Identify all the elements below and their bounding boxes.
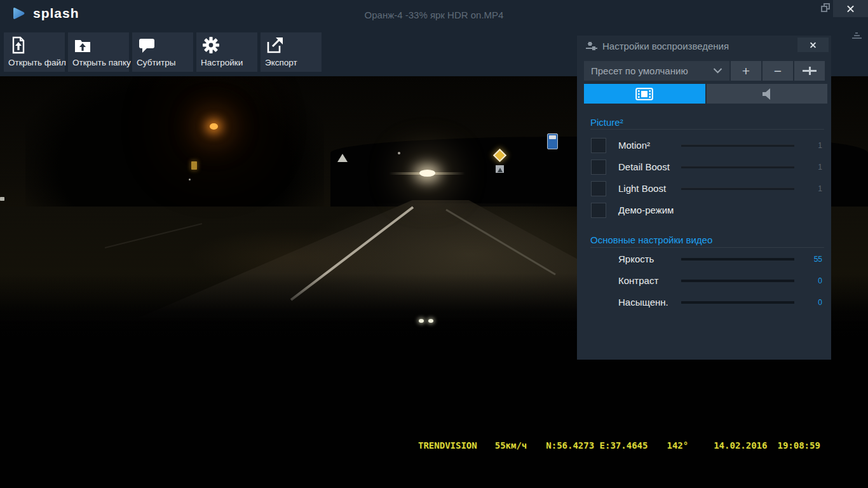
- open-file-button[interactable]: Открыть файл: [4, 32, 65, 72]
- setting-label: Контраст: [618, 275, 658, 286]
- settings-gear-icon: [202, 36, 220, 54]
- toolbar-button-label: Открыть папку: [72, 58, 131, 67]
- preset-row: Пресет по умолчанию + −: [584, 61, 825, 81]
- section-title-basic-video: Основные настройки видео: [590, 234, 712, 245]
- film-icon: [635, 88, 653, 100]
- app-window: TRENDVISION 55км/ч N:56.4273 E:37.4645 1…: [0, 0, 868, 488]
- warning-sign: [337, 154, 348, 162]
- light-boost-slider[interactable]: [681, 187, 794, 190]
- tab-audio[interactable]: [707, 84, 828, 104]
- preset-dropdown[interactable]: Пресет по умолчанию: [584, 61, 729, 81]
- demo-mode-checkbox[interactable]: [591, 203, 606, 218]
- minus-icon: −: [774, 64, 782, 79]
- hood-reflection: [428, 319, 433, 323]
- reset-preset-button[interactable]: [794, 61, 825, 81]
- close-icon: [846, 4, 855, 13]
- subtitles-icon: [138, 36, 156, 54]
- toolbar-button-label: Открыть файл: [8, 58, 66, 67]
- panel-tabs: [584, 84, 827, 104]
- export-button[interactable]: Экспорт: [261, 32, 322, 72]
- setting-label: Яркость: [618, 254, 654, 264]
- slider-value: 0: [799, 276, 822, 285]
- plus-icon: +: [742, 64, 750, 79]
- section-title-picture: Picture²: [590, 117, 623, 128]
- slider-value: 1: [799, 141, 822, 150]
- restore-window-button[interactable]: [820, 3, 833, 15]
- setting-row-contrast: Контраст 0: [577, 270, 831, 292]
- divider: [590, 129, 824, 130]
- remove-preset-button[interactable]: −: [763, 61, 793, 81]
- slider-value: 1: [799, 184, 822, 193]
- slider-value: 0: [799, 298, 822, 307]
- dashcam-coordinates: N:56.4273 E:37.4645: [546, 440, 648, 451]
- setting-label: Motion²: [618, 140, 650, 151]
- oncoming-headlights: [419, 170, 435, 177]
- slider-value: 1: [799, 163, 822, 172]
- dashcam-date: 14.02.2016: [714, 440, 767, 451]
- setting-label: Демо-режим: [618, 205, 674, 215]
- subtitles-button[interactable]: Субтитры: [132, 32, 193, 72]
- contrast-slider[interactable]: [681, 280, 794, 282]
- open-folder-button[interactable]: Открыть папку: [68, 32, 129, 72]
- pedestrian-sign: [496, 165, 504, 173]
- frame-edge-mark: [0, 197, 4, 201]
- setting-label: Насыщенн.: [618, 297, 668, 308]
- open-file-icon: [10, 36, 27, 54]
- motion-checkbox[interactable]: [591, 138, 606, 153]
- sliders-icon: [586, 43, 597, 51]
- brightness-slider[interactable]: [681, 258, 794, 261]
- streetlight: [210, 123, 218, 130]
- divider: [590, 247, 824, 248]
- open-folder-icon: [74, 36, 92, 54]
- add-preset-button[interactable]: +: [731, 61, 761, 81]
- tab-video[interactable]: [584, 84, 705, 104]
- light-speck: [398, 152, 400, 154]
- setting-label: Detail Boost: [618, 161, 670, 172]
- speaker-icon: [762, 88, 772, 100]
- dashcam-overlay: TRENDVISION 55км/ч N:56.4273 E:37.4645 1…: [418, 440, 820, 451]
- setting-row-saturation: Насыщенн. 0: [577, 292, 831, 313]
- setting-row-demo-mode: Демо-режим: [577, 200, 831, 221]
- toolbar-button-label: Экспорт: [265, 58, 297, 67]
- panel-close-button[interactable]: [797, 37, 829, 52]
- panel-header: Настройки воспроизведения: [577, 36, 831, 58]
- setting-row-motion: Motion² 1: [577, 135, 831, 156]
- playback-settings-panel: Настройки воспроизведения Пресет по умол…: [577, 36, 831, 360]
- panel-title: Настройки воспроизведения: [602, 36, 729, 57]
- light-boost-checkbox[interactable]: [591, 181, 606, 196]
- close-window-button[interactable]: [833, 0, 868, 17]
- dashcam-speed: 55км/ч: [495, 440, 527, 451]
- close-icon: [810, 41, 817, 48]
- bus-stop-sign: [547, 133, 558, 149]
- dashcam-brand: TRENDVISION: [418, 440, 477, 451]
- detail-boost-checkbox[interactable]: [591, 159, 606, 175]
- reset-sliders-icon: [803, 67, 817, 75]
- chevron-down-icon: [713, 68, 722, 74]
- dashcam-time: 19:08:59: [777, 440, 820, 451]
- setting-row-light-boost: Light Boost 1: [577, 178, 831, 200]
- setting-label: Light Boost: [618, 183, 666, 194]
- toolbar-button-label: Настройки: [201, 58, 243, 67]
- slider-value: 55: [799, 255, 822, 264]
- playlist-handle-icon[interactable]: [851, 32, 862, 40]
- setting-row-detail-boost: Detail Boost 1: [577, 156, 831, 178]
- toolbar-button-label: Субтитры: [137, 58, 176, 67]
- light-speck: [189, 179, 191, 180]
- export-icon: [266, 36, 284, 54]
- motion-slider[interactable]: [681, 144, 794, 147]
- settings-button[interactable]: Настройки: [196, 32, 257, 72]
- main-toolbar: Открыть файл Открыть папку Субтитры: [4, 32, 322, 72]
- preset-value: Пресет по умолчанию: [591, 65, 688, 76]
- saturation-slider[interactable]: [681, 301, 794, 304]
- setting-row-brightness: Яркость 55: [577, 248, 831, 270]
- window-light: [191, 161, 197, 170]
- hood-reflection: [419, 319, 424, 323]
- window-title: Оранж-4 -33% ярк HDR on.MP4: [0, 10, 868, 20]
- dashcam-heading: 142°: [667, 440, 688, 451]
- detail-boost-slider[interactable]: [681, 166, 794, 168]
